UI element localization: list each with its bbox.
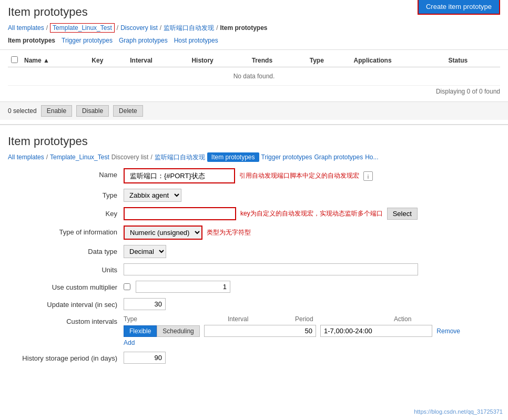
section-divider bbox=[0, 124, 508, 125]
scheduling-button[interactable]: Scheduling bbox=[157, 325, 199, 337]
ci-type-buttons: Flexible Scheduling bbox=[124, 325, 200, 337]
main-page-title: Item prototypes bbox=[8, 135, 500, 148]
name-label: Name bbox=[8, 168, 124, 179]
breadcrumb-all-templates[interactable]: All templates bbox=[8, 24, 44, 32]
main-bc-host[interactable]: Ho... bbox=[365, 153, 378, 161]
update-input[interactable] bbox=[124, 298, 166, 310]
col-trends: Trends bbox=[249, 54, 307, 67]
update-interval-row: Update interval (in sec) bbox=[8, 298, 460, 310]
toi-group: Numeric (unsigned) 类型为无字符型 bbox=[124, 226, 460, 240]
col-key: Key bbox=[88, 54, 127, 67]
main-bc-trigger-prototypes[interactable]: Trigger prototypes bbox=[261, 153, 312, 161]
tab-item-prototypes[interactable]: Item prototypes bbox=[8, 37, 55, 44]
data-type-control: Decimal bbox=[124, 245, 460, 258]
col-type: Type bbox=[307, 54, 351, 67]
multiplier-input[interactable] bbox=[136, 281, 230, 293]
main-bc-template[interactable]: Template_Linux_Test bbox=[50, 153, 109, 161]
top-section: Item prototypes Create item prototype Al… bbox=[0, 0, 508, 50]
toi-label: Type of information bbox=[8, 226, 124, 236]
type-control: Zabbix agent bbox=[124, 189, 460, 202]
toi-annotation: 类型为无字符型 bbox=[207, 228, 251, 237]
custom-intervals-row: Custom intervals Type Interval Period Ac… bbox=[8, 315, 460, 346]
history-row: History storage period (in days) bbox=[8, 352, 460, 364]
breadcrumb-item-prototypes: Item prototypes bbox=[220, 24, 268, 32]
key-label: Key bbox=[8, 207, 124, 218]
multiplier-checkbox[interactable] bbox=[124, 283, 130, 290]
info-icon[interactable]: i bbox=[363, 171, 373, 181]
main-breadcrumb: All templates / Template_Linux_Test Disc… bbox=[8, 152, 500, 162]
breadcrumb-sep2: / bbox=[117, 24, 118, 32]
ci-header-period: Period bbox=[295, 315, 390, 323]
name-input-box bbox=[124, 168, 235, 183]
ci-header-row: Type Interval Period Action bbox=[124, 315, 460, 323]
data-type-row: Data type Decimal bbox=[8, 245, 460, 258]
period-input[interactable] bbox=[320, 325, 432, 337]
update-control bbox=[124, 298, 460, 310]
tab-graph-prototypes[interactable]: Graph prototypes bbox=[119, 37, 168, 44]
name-row: Name 引用自动发现端口脚本中定义的自动发现宏 i bbox=[8, 168, 460, 183]
multiplier-control bbox=[124, 281, 460, 293]
add-link[interactable]: Add bbox=[124, 339, 460, 346]
toi-control: Numeric (unsigned) 类型为无字符型 bbox=[124, 226, 460, 240]
select-key-button[interactable]: Select bbox=[387, 208, 418, 220]
tab-trigger-prototypes[interactable]: Trigger prototypes bbox=[62, 37, 113, 44]
custom-intervals-control: Type Interval Period Action Flexible Sch… bbox=[124, 315, 460, 346]
main-bc-discovery: Discovery list bbox=[111, 153, 149, 161]
ci-header-action: Action bbox=[394, 315, 411, 323]
main-bc-sep1: / bbox=[46, 153, 48, 161]
main-bc-item-prototypes[interactable]: Item prototypes bbox=[207, 152, 259, 162]
name-input[interactable] bbox=[127, 170, 232, 181]
data-type-label: Data type bbox=[8, 245, 124, 255]
breadcrumb-discovery-name[interactable]: 监听端口自动发现 bbox=[164, 24, 214, 33]
data-type-select[interactable]: Decimal bbox=[124, 245, 166, 258]
ci-header-type: Type bbox=[124, 315, 223, 323]
top-bottom-toolbar: 0 selected Enable Disable Delete bbox=[0, 101, 508, 120]
toi-select[interactable]: Numeric (unsigned) bbox=[125, 227, 201, 239]
col-applications: Applications bbox=[351, 54, 445, 67]
breadcrumb-sep3: / bbox=[160, 24, 161, 32]
key-input[interactable]: net.tcp.listen[{#PORT}] bbox=[125, 208, 235, 219]
ci-header-interval: Interval bbox=[228, 315, 291, 323]
history-control bbox=[124, 352, 460, 364]
units-label: Units bbox=[8, 263, 124, 274]
key-annotation: key为自定义的自动发现宏，实现动态监听多个端口 bbox=[240, 209, 383, 218]
ci-data-row: Flexible Scheduling Remove bbox=[124, 325, 460, 337]
multiplier-row: Use custom multiplier bbox=[8, 281, 460, 293]
main-bc-sep2: / bbox=[150, 153, 152, 161]
displaying-count: Displaying 0 of 0 found bbox=[8, 86, 500, 97]
create-item-prototype-button[interactable]: Create item prototype bbox=[418, 0, 500, 15]
units-row: Units bbox=[8, 263, 460, 275]
no-data-row: No data found. bbox=[8, 67, 500, 86]
history-input[interactable] bbox=[124, 352, 166, 364]
breadcrumb-template[interactable]: Template_Linux_Test bbox=[50, 23, 115, 33]
key-input-box: net.tcp.listen[{#PORT}] bbox=[124, 207, 236, 220]
name-input-group: 引用自动发现端口脚本中定义的自动发现宏 i bbox=[124, 168, 460, 183]
col-history: History bbox=[188, 54, 248, 67]
breadcrumb-sep1: / bbox=[46, 24, 48, 32]
top-table-section: Name ▲ Key Interval History Trends Type … bbox=[0, 50, 508, 101]
flexible-button[interactable]: Flexible bbox=[124, 325, 157, 337]
custom-intervals-label: Custom intervals bbox=[8, 315, 124, 325]
col-interval: Interval bbox=[127, 54, 188, 67]
main-bc-graph-prototypes[interactable]: Graph prototypes bbox=[314, 153, 363, 161]
enable-button[interactable]: Enable bbox=[41, 105, 72, 117]
tab-host-prototypes[interactable]: Host prototypes bbox=[174, 37, 218, 44]
type-select[interactable]: Zabbix agent bbox=[124, 189, 181, 202]
col-status: Status bbox=[445, 54, 500, 67]
key-input-group: net.tcp.listen[{#PORT}] key为自定义的自动发现宏，实现… bbox=[124, 207, 460, 220]
top-tab-nav: Item prototypes Trigger prototypes Graph… bbox=[8, 37, 500, 44]
remove-link[interactable]: Remove bbox=[436, 327, 460, 335]
disable-button[interactable]: Disable bbox=[76, 105, 109, 117]
interval-input[interactable] bbox=[204, 325, 316, 337]
col-name: Name ▲ bbox=[21, 54, 88, 67]
item-table: Name ▲ Key Interval History Trends Type … bbox=[8, 54, 500, 86]
main-bc-all-templates[interactable]: All templates bbox=[8, 153, 44, 161]
key-control: net.tcp.listen[{#PORT}] key为自定义的自动发现宏，实现… bbox=[124, 207, 460, 220]
select-all-checkbox[interactable] bbox=[11, 56, 18, 63]
breadcrumb-discovery[interactable]: Discovery list bbox=[120, 24, 158, 32]
units-input[interactable] bbox=[124, 263, 418, 275]
selected-count: 0 selected bbox=[8, 107, 37, 115]
delete-button[interactable]: Delete bbox=[113, 105, 143, 117]
name-annotation: 引用自动发现端口脚本中定义的自动发现宏 bbox=[239, 171, 359, 180]
main-bc-discovery-name[interactable]: 监听端口自动发现 bbox=[155, 153, 205, 162]
